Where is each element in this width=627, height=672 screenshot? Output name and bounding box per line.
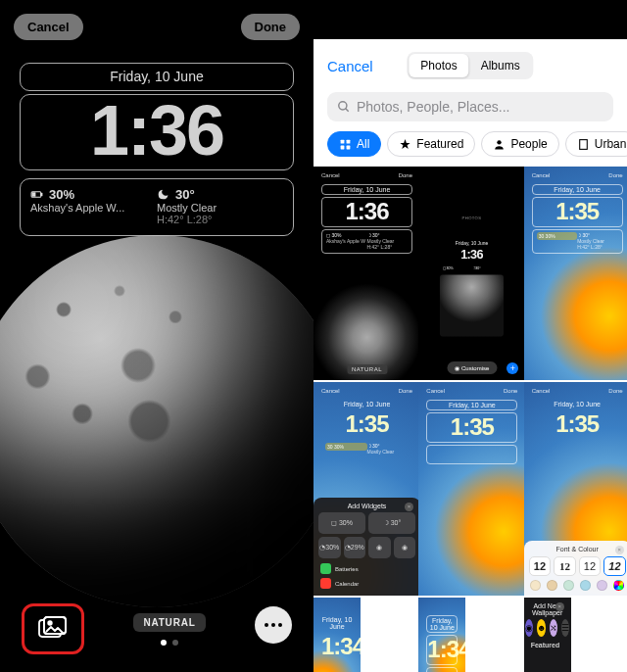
- search-input[interactable]: Photos, People, Places...: [327, 92, 613, 121]
- cancel-link[interactable]: Cancel: [327, 58, 373, 74]
- svg-rect-14: [579, 139, 587, 149]
- filter-mode-label: NATURAL: [133, 613, 205, 632]
- photo-picker-sheet: Cancel Photos Albums Photos, People, Pla…: [314, 0, 627, 672]
- date-widget-slot[interactable]: Friday, 10 June: [20, 63, 294, 91]
- cancel-button[interactable]: Cancel: [14, 14, 83, 40]
- close-icon[interactable]: ×: [405, 503, 413, 511]
- svg-point-7: [339, 102, 347, 110]
- tab-photos[interactable]: Photos: [409, 54, 468, 77]
- close-icon[interactable]: ×: [615, 546, 624, 554]
- page-indicator: [161, 640, 178, 646]
- font-colour-panel: Font & Colour× 12 12 12 12: [524, 541, 627, 596]
- photo-thumb[interactable]: CancelDone Friday, 10 June 1:35: [418, 382, 525, 596]
- battery-percent: 30%: [49, 187, 74, 202]
- more-options-button[interactable]: [255, 606, 292, 644]
- photo-grid: CancelDone Friday, 10 June 1:36 ◻ 30%Aks…: [314, 167, 627, 672]
- battery-device: Akshay's Apple W...: [30, 202, 157, 214]
- date-text: Friday, 10 June: [110, 69, 203, 84]
- photo-thumb[interactable]: Friday, 10 June 1:34: [314, 598, 361, 672]
- svg-rect-12: [347, 145, 351, 149]
- lockscreen-editor: Cancel Done Friday, 10 June 1:36 30% Aks…: [0, 0, 314, 672]
- building-icon: [577, 138, 590, 151]
- grid-icon: [339, 138, 352, 151]
- svg-rect-1: [41, 193, 42, 195]
- tab-albums[interactable]: Albums: [469, 54, 532, 77]
- battery-icon: [30, 188, 43, 201]
- svg-rect-10: [347, 139, 351, 143]
- filter-all[interactable]: All: [327, 131, 381, 157]
- search-icon: [337, 100, 351, 114]
- svg-point-13: [498, 140, 502, 144]
- filter-chips: All Featured People Urban: [314, 121, 627, 167]
- svg-rect-9: [341, 139, 345, 143]
- add-widgets-panel: Add Widgets× ◻ 30%☽ 30° ◔30%◔29%◉◉ Batte…: [314, 498, 420, 596]
- time-widget-slot[interactable]: 1:36: [20, 94, 294, 170]
- photo-thumb[interactable]: PHOTOS Friday, 10 June 1:36 ◻ 30%☽ 30° ◉…: [418, 167, 525, 380]
- filter-people[interactable]: People: [481, 131, 558, 157]
- close-icon[interactable]: ×: [555, 602, 564, 611]
- photo-picker-button[interactable]: [38, 616, 68, 642]
- complications-slot[interactable]: 30% Akshay's Apple W... 30° Mostly Clear…: [20, 178, 294, 236]
- star-icon: [399, 138, 411, 151]
- weather-hilo: H:42° L:28°: [157, 214, 283, 225]
- weather-temp: 30°: [175, 187, 195, 202]
- wallpaper-moon: [0, 235, 314, 607]
- svg-point-6: [48, 621, 52, 625]
- photo-thumb[interactable]: Friday, 10 June 1:34: [418, 598, 465, 672]
- photo-thumb[interactable]: CancelDone Friday, 10 June 1:35 30 30% ☽…: [524, 167, 627, 380]
- photo-thumb[interactable]: CancelDone Friday, 10 June 1:36 ◻ 30%Aks…: [314, 167, 420, 380]
- svg-line-8: [346, 109, 349, 112]
- photo-thumb[interactable]: CancelDone Friday, 10 June 1:35 30 30% ☽…: [314, 382, 420, 596]
- photo-thumb[interactable]: CancelDone Friday, 10 June 1:35 Font & C…: [524, 382, 627, 596]
- done-button[interactable]: Done: [241, 14, 301, 40]
- weather-desc: Mostly Clear: [157, 202, 283, 214]
- moon-icon: [157, 188, 169, 201]
- time-text: 1:36: [21, 97, 293, 164]
- ellipsis-icon: [265, 623, 282, 627]
- photo-thumb[interactable]: Add New Wallpaper× ◉ ☻ ⤭ ☰ Featured: [524, 598, 571, 672]
- filter-featured[interactable]: Featured: [387, 131, 475, 157]
- add-icon[interactable]: +: [506, 362, 518, 374]
- status-bar-area: [314, 0, 627, 39]
- search-placeholder: Photos, People, Places...: [357, 99, 509, 115]
- filter-urban[interactable]: Urban: [565, 131, 627, 157]
- source-segmented-control[interactable]: Photos Albums: [407, 52, 533, 79]
- person-icon: [493, 138, 506, 151]
- svg-rect-2: [32, 193, 35, 196]
- highlight-photo-picker: [22, 603, 84, 654]
- svg-rect-11: [341, 145, 345, 149]
